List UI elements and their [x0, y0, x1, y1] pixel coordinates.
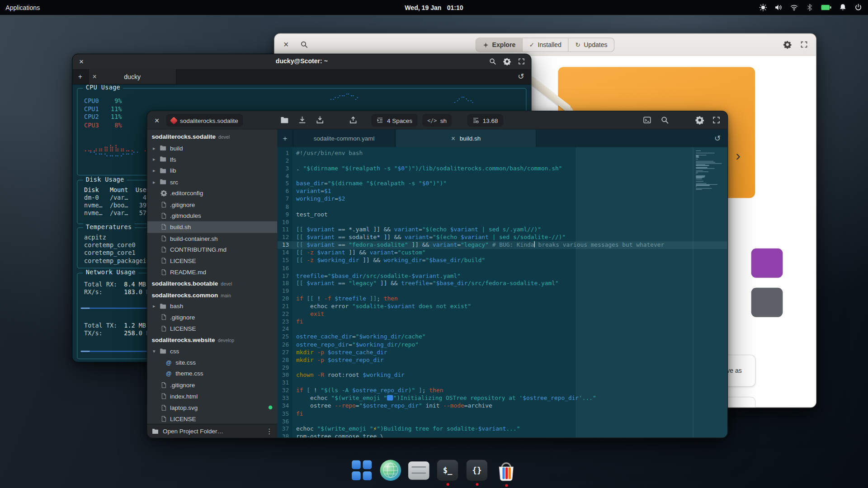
- view-tab-installed[interactable]: ✓Installed: [523, 38, 569, 51]
- power-icon[interactable]: [854, 3, 862, 11]
- tab-sodalite-common-yaml[interactable]: sodalite-common.yaml: [293, 130, 396, 147]
- terminal-headerbar[interactable]: × ducky@Scoter: ~: [72, 54, 531, 69]
- history-icon[interactable]: ↺: [518, 72, 524, 81]
- cpu-core-row: CPU38%: [84, 122, 122, 130]
- new-document-icon[interactable]: +: [277, 130, 292, 147]
- cpu-core-row: CPU09%: [84, 98, 122, 106]
- carousel-next-icon[interactable]: ›: [736, 147, 741, 164]
- dock-terminal[interactable]: $_: [437, 459, 459, 486]
- maximize-icon[interactable]: [518, 57, 525, 65]
- cursor-position-chip[interactable]: 13.68: [467, 114, 503, 127]
- project-tree: sodaliterocks.sodalitedevel▸build▸lfs▸li…: [147, 130, 278, 438]
- running-indicator: [505, 484, 508, 487]
- sidebar-item--gitmodules[interactable]: .gitmodules: [147, 210, 278, 221]
- applications-menu[interactable]: Applications: [5, 4, 40, 11]
- language-chip[interactable]: </> sh: [422, 114, 452, 127]
- maximize-icon[interactable]: [712, 116, 721, 125]
- builder-headerbar[interactable]: × sodaliterocks.sodalite 4 Spaces </> sh…: [147, 111, 727, 129]
- close-icon[interactable]: ×: [155, 116, 160, 125]
- sidebar-item-theme-css[interactable]: @theme.css: [147, 368, 278, 380]
- terminal-tab-ducky[interactable]: ducky: [88, 69, 177, 84]
- notifications-icon[interactable]: [839, 3, 847, 11]
- search-icon[interactable]: [489, 57, 496, 65]
- sidebar-item-lfs[interactable]: ▸lfs: [147, 154, 278, 165]
- open-file-icon[interactable]: [280, 116, 289, 125]
- sidebar-project-sodaliterocks-common[interactable]: sodaliterocks.commonmain: [147, 289, 278, 300]
- settings-icon[interactable]: [503, 57, 511, 65]
- tab-label: ducky: [124, 73, 141, 80]
- app-tile[interactable]: [751, 249, 783, 278]
- sidebar-item-src[interactable]: ▸src: [147, 176, 278, 188]
- fullscreen-icon[interactable]: [800, 40, 808, 48]
- tree-item-label: sodaliterocks.bootable: [152, 280, 218, 287]
- software-headerbar[interactable]: × Explore✓Installed↻Updates: [274, 34, 816, 56]
- file-manager-icon: [408, 461, 429, 479]
- sidebar-item--gitignore[interactable]: .gitignore: [147, 312, 278, 323]
- sidebar-item-build-sh[interactable]: build.sh: [147, 221, 278, 233]
- line-number: 28: [277, 356, 289, 364]
- download-icon[interactable]: [298, 116, 307, 125]
- dock-web-browser[interactable]: [380, 459, 401, 485]
- battery-icon[interactable]: [821, 3, 831, 11]
- code-editor[interactable]: 1234567891011121314151617181920212223242…: [277, 147, 727, 438]
- sidebar-item--editorconfig[interactable]: .editorconfig: [147, 188, 278, 199]
- settings-icon[interactable]: [695, 116, 704, 125]
- view-tab-updates[interactable]: ↻Updates: [569, 38, 614, 51]
- dock-app-grid[interactable]: [351, 459, 373, 486]
- search-icon[interactable]: [300, 40, 308, 48]
- install-icon[interactable]: [316, 116, 325, 125]
- code-line: echoc error "sodalite-$variant does not …: [292, 303, 727, 310]
- app-tile[interactable]: [751, 288, 783, 317]
- sidebar-item-bash[interactable]: ▸bash: [147, 300, 278, 312]
- project-selector[interactable]: sodaliterocks.sodalite: [166, 114, 243, 127]
- open-project-folder[interactable]: Open Project Folder… ⋮: [147, 424, 278, 438]
- sidebar-item-license[interactable]: LICENSE: [147, 323, 278, 334]
- sidebar-item-contributing-md[interactable]: CONTRIBUTING.md: [147, 244, 278, 255]
- code-line: [292, 418, 727, 425]
- code-line: echoc "$(write_emoji "⚡")Building tree f…: [292, 425, 727, 433]
- sidebar-item-license[interactable]: LICENSE: [147, 413, 278, 424]
- line-number: 21: [277, 303, 289, 310]
- close-icon[interactable]: ×: [283, 39, 288, 51]
- sidebar-item-site-css[interactable]: @site.css: [147, 357, 278, 368]
- minimap-line: [696, 173, 698, 174]
- sidebar-project-sodaliterocks-website[interactable]: sodaliterocks.websitedevelop: [147, 334, 278, 346]
- sidebar-item-lib[interactable]: ▸lib: [147, 165, 278, 176]
- sidebar-item-index-html[interactable]: index.html: [147, 390, 278, 402]
- app-grid-icon: [351, 459, 373, 481]
- history-icon[interactable]: ↺: [714, 134, 721, 143]
- dock-file-manager[interactable]: [408, 459, 429, 484]
- volume-icon[interactable]: [774, 3, 783, 11]
- tree-item-label: build.sh: [170, 224, 191, 230]
- sidebar-item-css[interactable]: ▾css: [147, 346, 278, 357]
- sidebar-item-license[interactable]: LICENSE: [147, 255, 278, 267]
- sidebar-item-build[interactable]: ▸build: [147, 142, 278, 154]
- gear-icon: [160, 190, 167, 197]
- sidebar-project-sodaliterocks-sodalite[interactable]: sodaliterocks.sodalitedevel: [147, 131, 278, 142]
- indentation-chip[interactable]: 4 Spaces: [372, 114, 417, 127]
- wifi-icon[interactable]: [790, 3, 798, 11]
- new-tab-icon[interactable]: +: [78, 72, 82, 80]
- view-tab-explore[interactable]: Explore: [476, 38, 523, 51]
- sidebar-item-build-container-sh[interactable]: build-container.sh: [147, 233, 278, 244]
- overview-map[interactable]: [693, 147, 727, 438]
- close-tab-icon[interactable]: ×: [451, 134, 455, 142]
- close-tab-icon[interactable]: ×: [92, 72, 96, 80]
- terminal-panel-icon[interactable]: [643, 116, 652, 125]
- sidebar-item-readme-md[interactable]: README.md: [147, 267, 278, 278]
- sidebar-item--gitignore[interactable]: .gitignore: [147, 199, 278, 210]
- sidebar-item--gitignore[interactable]: .gitignore: [147, 380, 278, 391]
- bluetooth-icon[interactable]: [806, 3, 814, 11]
- dock-software-store[interactable]: [495, 459, 517, 487]
- settings-icon[interactable]: [783, 40, 792, 48]
- project-name: sodaliterocks.sodalite: [180, 117, 238, 124]
- tab-build-sh[interactable]: × build.sh: [395, 130, 536, 147]
- sidebar-item-laptop-svg[interactable]: laptop.svg: [147, 402, 278, 413]
- clock[interactable]: Wed, 19 Jan01:10: [405, 4, 463, 11]
- sidebar-project-sodaliterocks-bootable[interactable]: sodaliterocks.bootabledevel: [147, 278, 278, 289]
- export-icon[interactable]: [349, 116, 358, 125]
- brightness-icon[interactable]: [759, 3, 767, 11]
- kebab-menu-icon[interactable]: ⋮: [266, 427, 273, 435]
- dock-code-editor[interactable]: {}: [466, 459, 488, 486]
- search-icon[interactable]: [660, 116, 670, 125]
